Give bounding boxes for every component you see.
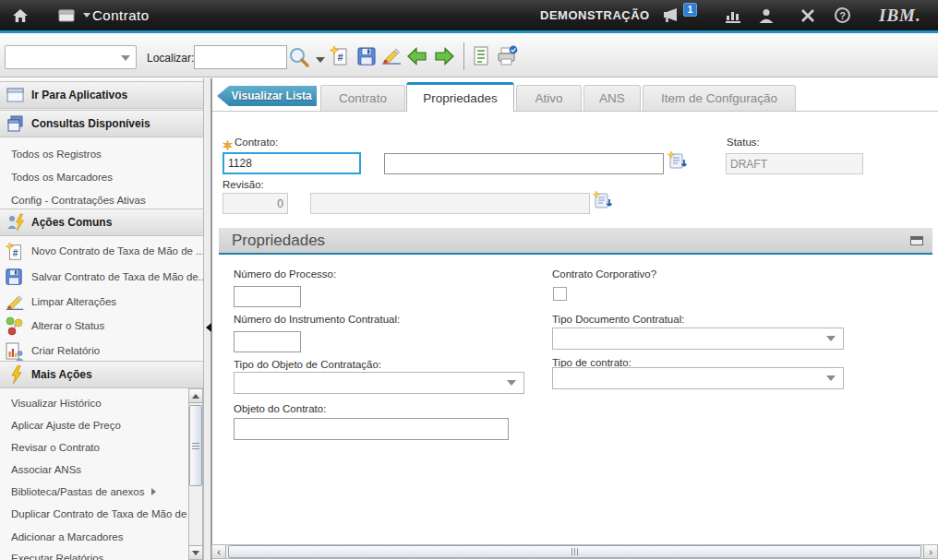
tipo-documento-select[interactable] [552, 328, 844, 350]
sidebar-section-common-actions[interactable]: Ações Comuns [0, 209, 203, 236]
tab-item-de-configuracao[interactable]: Item de Confguração [643, 85, 796, 111]
new-record-button[interactable]: # [328, 44, 352, 68]
lightning-icon [6, 365, 26, 384]
contrato-corporativo-label: Contrato Corporativo? [552, 268, 656, 280]
action-salvar-contrato[interactable]: Salvar Contrato de Taxa de Mão de... [0, 265, 203, 289]
scroll-right-button[interactable]: › [923, 545, 937, 558]
view-list-button[interactable]: Visualizar Lista [217, 86, 317, 106]
section-label: Consultas Disponíveis [31, 117, 150, 130]
create-report-icon [5, 341, 25, 360]
previous-record-button[interactable] [405, 44, 429, 68]
scrollbar-thumb[interactable] [189, 405, 202, 486]
tipo-documento-label: Tipo Documento Contratual: [552, 314, 684, 325]
record-toolbar: Localizar: # [0, 33, 938, 77]
status-dots-icon [5, 316, 25, 335]
horizontal-scrollbar[interactable]: ‹ › [211, 544, 938, 559]
save-icon [5, 268, 25, 286]
action-label: Biblioteca/Pastas de anexos [11, 486, 144, 497]
query-item-todos-marcadores[interactable]: Todos os Marcadores [0, 166, 189, 188]
revisao-description-field [310, 193, 590, 214]
tab-propriedades[interactable]: Propriedades [406, 82, 514, 112]
chevron-down-icon [83, 13, 90, 18]
scroll-down-button[interactable] [189, 545, 202, 559]
submenu-arrow-icon [151, 488, 156, 495]
ibm-logo: IBM. [879, 0, 921, 30]
action-novo-contrato[interactable]: # Novo Contrato de Taxa de Mão de ... [0, 239, 203, 263]
new-record-icon: # [5, 242, 25, 260]
minimize-section-icon[interactable] [910, 236, 923, 245]
tipo-contrato-select[interactable] [552, 367, 844, 389]
reports-chart-icon[interactable] [724, 0, 742, 30]
tipo-objeto-label: Tipo do Objeto de Contratação: [234, 359, 381, 370]
announcements-icon[interactable] [661, 0, 683, 30]
scroll-up-button[interactable] [189, 389, 202, 403]
contrato-corporativo-checkbox[interactable] [553, 287, 567, 301]
more-action-duplicar-contrato[interactable]: Duplicar Contrato de Taxa de Mão de ... [0, 503, 175, 525]
eraser-pencil-icon [5, 292, 25, 311]
action-alterar-status[interactable]: Alterar o Status [0, 314, 203, 338]
action-limpar-alteracoes[interactable]: Limpar Alterações [0, 290, 203, 314]
action-criar-relatorio[interactable]: Criar Relatório [0, 339, 203, 363]
svg-text:#: # [13, 248, 18, 258]
clear-changes-button[interactable] [379, 44, 403, 68]
go-to-menu-icon[interactable] [57, 0, 90, 30]
report-list-button[interactable] [469, 44, 493, 68]
sidebar-section-queries[interactable]: Consultas Disponíveis [0, 110, 203, 137]
next-record-button[interactable] [432, 44, 456, 68]
more-action-revisar-contrato[interactable]: Revisar o Contrato [0, 436, 175, 459]
more-action-aplicar-ajuste[interactable]: Aplicar Ajuste de Preço [0, 414, 175, 436]
main-content: Visualizar Lista Contrato Propriedades A… [211, 78, 938, 560]
environment-label: DEMONSTRAÇÃO [540, 0, 650, 30]
sidebar-collapse-handle[interactable] [205, 320, 211, 335]
scrollbar-thumb[interactable] [228, 545, 921, 558]
more-action-biblioteca-anexos[interactable]: Biblioteca/Pastas de anexos [0, 481, 175, 503]
user-profile-icon[interactable] [757, 0, 776, 30]
properties-section-header[interactable]: Propriedades [219, 228, 932, 255]
more-action-adicionar-marcadores[interactable]: Adicionar a Marcadores [0, 526, 175, 548]
tipo-objeto-select[interactable] [234, 372, 524, 394]
action-label: Alterar o Status [31, 320, 104, 331]
search-options-caret-icon[interactable] [313, 48, 328, 72]
search-icon[interactable] [287, 45, 311, 69]
objeto-contrato-input[interactable] [234, 418, 509, 440]
contrato-detail-menu-icon[interactable] [667, 151, 688, 172]
close-session-icon[interactable] [800, 0, 816, 30]
numero-instrumento-label: Número do Instrumento Contratual: [234, 314, 400, 325]
section-title: Propriedades [232, 232, 325, 250]
record-selector-combobox[interactable] [5, 45, 137, 69]
home-icon[interactable] [11, 0, 30, 30]
more-action-executar-relatorios[interactable]: Executar Relatórios [0, 547, 175, 560]
sidebar-scrollbar[interactable] [188, 388, 203, 560]
numero-instrumento-input[interactable] [234, 331, 301, 352]
section-label: Ir Para Aplicativos [31, 89, 127, 101]
help-icon[interactable]: ? [835, 0, 850, 30]
query-item-todos-registros[interactable]: Todos os Registros [0, 143, 189, 165]
tab-ativo[interactable]: Ativo [516, 85, 582, 111]
action-label: Salvar Contrato de Taxa de Mão de... [31, 271, 207, 282]
notification-badge[interactable]: 1 [683, 3, 697, 17]
action-label: Criar Relatório [31, 345, 100, 356]
localizar-input[interactable] [194, 45, 287, 69]
more-action-associar-anss[interactable]: Associar ANSs [0, 459, 175, 481]
contrato-input[interactable] [222, 152, 361, 174]
sidebar-section-more-actions[interactable]: Mais Ações [0, 361, 203, 388]
objeto-contrato-label: Objeto do Contrato: [234, 403, 326, 414]
tab-ans[interactable]: ANS [583, 85, 641, 111]
application-window-icon [6, 86, 26, 104]
chevron-down-icon [121, 55, 130, 61]
numero-processo-input[interactable] [234, 286, 301, 307]
contrato-description-input[interactable] [384, 153, 664, 174]
sidebar-section-go-to-apps[interactable]: Ir Para Aplicativos [0, 81, 203, 109]
status-label: Status: [727, 137, 760, 148]
top-navigation-bar: Contrato DEMONSTRAÇÃO 1 [0, 0, 938, 30]
scroll-left-button[interactable]: ‹ [212, 545, 226, 558]
more-action-visualizar-historico[interactable]: Visualizar Histórico [0, 392, 175, 414]
contrato-label: Contrato: [234, 137, 278, 148]
tab-contrato[interactable]: Contrato [320, 85, 405, 111]
action-label: Limpar Alterações [31, 296, 116, 307]
print-button[interactable] [495, 44, 519, 68]
save-button[interactable] [355, 44, 379, 68]
revisao-label: Revisão: [222, 179, 264, 190]
revisao-detail-menu-icon[interactable] [593, 191, 613, 211]
application-window: Contrato DEMONSTRAÇÃO 1 [0, 0, 938, 560]
